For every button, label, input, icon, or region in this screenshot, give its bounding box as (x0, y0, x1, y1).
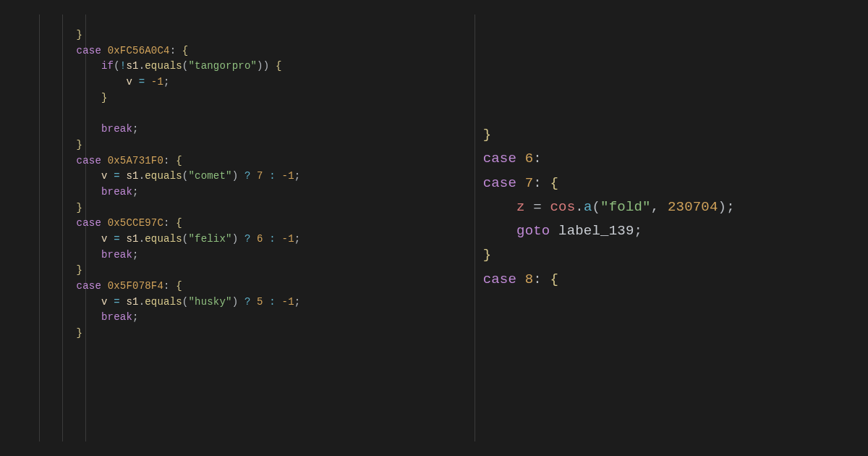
brace-open: { (176, 217, 182, 229)
identifier: s1 (126, 60, 138, 72)
keyword-case: case (77, 280, 101, 292)
keyword-break: break (101, 186, 132, 198)
var-v: v (101, 296, 108, 308)
string-literal: "fold" (600, 199, 651, 215)
keyword-case: case (77, 155, 101, 166)
dot: . (575, 199, 584, 215)
method-call: equals (145, 296, 182, 308)
string-literal: "comet" (188, 170, 231, 182)
number-literal: 8 (525, 271, 534, 287)
var-v: v (101, 233, 108, 245)
brace-close: } (483, 127, 492, 143)
number-literal: 6 (525, 151, 534, 166)
semicolon: ; (294, 233, 301, 245)
ternary-colon: : (263, 170, 282, 182)
brace-open: { (176, 155, 182, 166)
semicolon: ; (132, 123, 139, 135)
brace-close: } (483, 247, 492, 263)
var-z: z (516, 199, 525, 215)
dot: . (139, 233, 145, 245)
colon: : (170, 45, 182, 56)
hex-literal: 0x5F078F4 (108, 280, 163, 292)
colon: : (533, 271, 542, 287)
rparen: ) (232, 170, 239, 182)
number-literal: -1 (282, 170, 294, 182)
rparen: ) (232, 296, 239, 308)
number-literal: -1 (282, 233, 294, 245)
brace-open: { (176, 280, 182, 292)
dot: . (139, 170, 145, 182)
brace-close: } (77, 327, 83, 339)
brace-close: } (77, 264, 83, 276)
hex-literal: 0xFC56A0C4 (108, 45, 170, 56)
brace-close: } (77, 202, 83, 214)
assign-op: = (108, 296, 127, 308)
method-call: equals (145, 233, 182, 245)
code-right: } case 6: case 7: { z = cos.a("fold", 23… (433, 123, 848, 292)
rparen: ) (232, 233, 239, 245)
hex-literal: 0x5A731F0 (108, 155, 163, 166)
code-left: } case 0xFC56A0C4: { if(!s1.equals("tang… (39, 28, 425, 342)
ternary-q: ? (238, 296, 257, 308)
assign-op: = (132, 76, 151, 88)
dot: . (139, 60, 145, 72)
method-call: a (584, 199, 592, 215)
semicolon: ; (726, 199, 735, 215)
identifier: s1 (126, 296, 138, 308)
brace-close: } (77, 139, 83, 151)
ternary-q: ? (238, 170, 257, 182)
semicolon: ; (294, 296, 301, 308)
keyword-break: break (101, 249, 132, 261)
keyword-break: break (101, 123, 132, 135)
number-literal: 7 (257, 170, 263, 182)
keyword-case: case (483, 271, 516, 287)
string-literal: "husky" (188, 296, 231, 308)
number-literal: -1 (151, 76, 163, 88)
semicolon: ; (132, 249, 139, 261)
right-code-pane: } case 6: case 7: { z = cos.a("fold", 23… (425, 14, 848, 442)
rparen: ) (263, 60, 270, 72)
string-literal: "tangorpro" (188, 60, 257, 72)
number-literal: 5 (257, 296, 263, 308)
assign-op: = (108, 233, 127, 245)
semicolon: ; (163, 76, 170, 88)
method-call: equals (145, 170, 182, 182)
keyword-case: case (77, 45, 101, 56)
colon: : (533, 151, 542, 166)
number-literal: 6 (257, 233, 263, 245)
colon: : (163, 217, 176, 229)
brace-open: { (276, 60, 282, 72)
assign-op: = (108, 170, 127, 182)
dot: . (139, 296, 145, 308)
lparen: ( (114, 60, 120, 72)
identifier: s1 (126, 233, 138, 245)
keyword-if: if (101, 60, 114, 72)
ternary-q: ? (238, 233, 257, 245)
lparen: ( (592, 199, 600, 215)
colon: : (533, 175, 542, 191)
brace-close: } (101, 92, 108, 104)
keyword-case: case (483, 175, 516, 191)
brace-open: { (550, 271, 558, 287)
number-literal: 230704 (668, 199, 718, 215)
semicolon: ; (132, 186, 139, 198)
brace-open: { (550, 175, 558, 191)
left-code-pane: } case 0xFC56A0C4: { if(!s1.equals("tang… (20, 14, 425, 442)
var-v: v (126, 76, 132, 88)
keyword-goto: goto (516, 223, 550, 239)
identifier: s1 (126, 170, 138, 182)
method-call: equals (145, 60, 182, 72)
rparen: ) (718, 199, 727, 215)
keyword-case: case (77, 217, 101, 229)
assign-op: = (525, 199, 550, 215)
hex-literal: 0x5CCE97C (108, 217, 163, 229)
semicolon: ; (634, 223, 642, 239)
label-ref: label_139 (558, 223, 634, 239)
var-v: v (101, 170, 108, 182)
identifier: cos (550, 199, 575, 215)
string-literal: "felix" (188, 233, 231, 245)
editor-viewport: } case 0xFC56A0C4: { if(!s1.equals("tang… (20, 14, 848, 442)
number-literal: 7 (525, 175, 534, 191)
colon: : (163, 280, 176, 292)
semicolon: ; (132, 311, 139, 323)
